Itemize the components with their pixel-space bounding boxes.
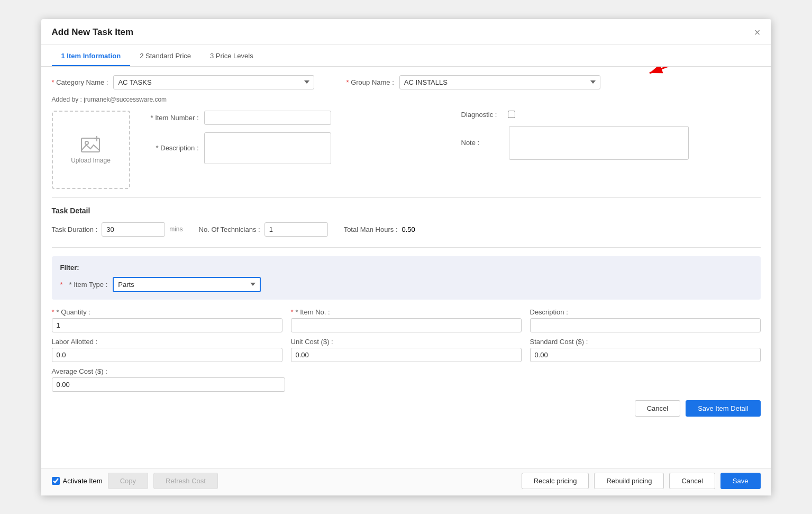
added-by: Added by : jrumanek@successware.com (52, 96, 761, 103)
category-select[interactable]: AC TASKS (113, 75, 314, 89)
upload-image-icon (81, 136, 101, 154)
item-no-input[interactable] (291, 318, 522, 332)
standard-cost-label: Standard Cost ($) : (530, 338, 588, 346)
item-type-required: * (60, 281, 63, 288)
quantity-label: * Quantity : (57, 308, 90, 316)
item-no-field: * * Item No. : (291, 308, 522, 332)
total-man-hours-value: 0.50 (402, 226, 415, 233)
parts-description-field: Description : (530, 308, 761, 332)
filter-title: Filter: (60, 264, 752, 272)
activate-item-row: Activate Item (52, 477, 103, 485)
recalc-pricing-button[interactable]: Recalc pricing (522, 473, 589, 489)
footer-left: Activate Item Copy Refresh Cost (52, 473, 218, 489)
labor-allotted-input[interactable] (52, 348, 282, 362)
filter-row: * * Item Type : Parts Labor Equipment Ot… (60, 277, 752, 292)
filter-section: Filter: * * Item Type : Parts Labor Equi… (52, 256, 761, 300)
item-number-input[interactable] (204, 111, 331, 125)
diagnostic-label: Diagnostic : (461, 111, 504, 119)
task-duration-field: Task Duration : mins (52, 222, 183, 237)
description-label: * Description : (141, 144, 199, 152)
modal-title: Add New Task Item (52, 27, 134, 38)
close-button[interactable]: × (754, 26, 761, 39)
add-new-task-item-modal: Add New Task Item × 1 Item Information 2… (41, 19, 771, 495)
note-input[interactable] (509, 126, 689, 160)
modal-footer: Activate Item Copy Refresh Cost Recalc p… (41, 468, 771, 495)
diagnostic-checkbox[interactable] (508, 111, 515, 118)
num-technicians-field: No. Of Technicians : (199, 222, 328, 237)
save-button[interactable]: Save (720, 473, 761, 489)
main-form-area: Upload Image * Item Number : * Descripti… (52, 111, 761, 189)
parts-grid-row2: Labor Allotted : Unit Cost ($) : Standar… (52, 338, 761, 362)
task-duration-input[interactable] (102, 222, 165, 237)
item-type-label: * Item Type : (69, 281, 108, 288)
num-technicians-input[interactable] (264, 222, 328, 237)
modal-header: Add New Task Item × (41, 19, 771, 44)
category-label: * Category Name : (52, 78, 108, 86)
right-area: * Item Number : * Description : (141, 111, 440, 164)
standard-cost-field: Standard Cost ($) : (530, 338, 761, 362)
item-number-row: * Item Number : (141, 111, 440, 125)
total-man-hours-field: Total Man Hours : 0.50 (344, 226, 415, 233)
svg-line-5 (650, 67, 729, 73)
item-no-required: * (291, 308, 294, 316)
average-cost-input[interactable] (52, 377, 285, 392)
parts-grid-row3: Average Cost ($) : (52, 367, 761, 392)
tab-item-information[interactable]: 1 Item Information (52, 47, 131, 66)
labor-allotted-field: Labor Allotted : (52, 338, 282, 362)
parts-description-label: Description : (530, 308, 568, 316)
group-select[interactable]: AC INSTALLS (399, 75, 600, 89)
task-duration-label: Task Duration : (52, 226, 98, 233)
item-no-label: * Item No. : (296, 308, 330, 316)
standard-cost-input[interactable] (530, 348, 761, 362)
diagnostic-row: Diagnostic : (461, 111, 761, 119)
description-row: * Description : (141, 132, 440, 164)
footer-right: Recalc pricing Rebuild pricing Cancel Sa… (522, 473, 761, 489)
labor-allotted-label: Labor Allotted : (52, 338, 98, 346)
refresh-cost-button[interactable]: Refresh Cost (153, 473, 218, 489)
task-detail-title: Task Detail (52, 206, 761, 215)
description-input[interactable] (204, 132, 331, 164)
save-item-detail-button[interactable]: Save Item Detail (686, 400, 760, 417)
tab-bar: 1 Item Information 2 Standard Price 3 Pr… (41, 47, 771, 67)
num-technicians-label: No. Of Technicians : (199, 226, 260, 233)
parts-grid-row1: * * Quantity : * * Item No. : Descriptio… (52, 308, 761, 332)
svg-point-1 (85, 141, 88, 145)
unit-cost-field: Unit Cost ($) : (291, 338, 522, 362)
note-label: Note : (461, 139, 504, 147)
task-detail-row: Task Duration : mins No. Of Technicians … (52, 222, 761, 237)
unit-cost-label: Unit Cost ($) : (291, 338, 333, 346)
parts-description-input[interactable] (530, 318, 761, 332)
quantity-field: * * Quantity : (52, 308, 282, 332)
unit-cost-input[interactable] (291, 348, 522, 362)
copy-button[interactable]: Copy (108, 473, 148, 489)
average-cost-label: Average Cost ($) : (52, 367, 107, 375)
tab-standard-price[interactable]: 2 Standard Price (130, 47, 200, 66)
footer-cancel-button[interactable]: Cancel (669, 473, 715, 489)
inner-cancel-button[interactable]: Cancel (635, 400, 680, 417)
activate-item-checkbox[interactable] (52, 477, 60, 485)
task-duration-unit: mins (169, 226, 183, 233)
note-area: Diagnostic : Note : (451, 111, 761, 160)
group-label: * Group Name : (346, 78, 394, 86)
section-divider-2 (52, 247, 761, 248)
upload-image-box[interactable]: Upload Image (52, 111, 130, 189)
category-group-row: * Category Name : AC TASKS * Group Name … (52, 75, 761, 89)
item-number-label: * Item Number : (141, 114, 199, 122)
quantity-required: * (52, 308, 54, 316)
activate-item-label: Activate Item (63, 477, 103, 485)
total-man-hours-label: Total Man Hours : (344, 226, 398, 233)
item-type-select[interactable]: Parts Labor Equipment Other (113, 277, 261, 292)
note-row: Note : (461, 126, 761, 160)
quantity-input[interactable] (52, 318, 282, 332)
modal-body: * Category Name : AC TASKS * Group Name … (41, 67, 771, 468)
inner-footer: Cancel Save Item Detail (52, 397, 761, 424)
average-cost-field: Average Cost ($) : (52, 367, 285, 392)
tab-price-levels[interactable]: 3 Price Levels (200, 47, 263, 66)
rebuild-pricing-button[interactable]: Rebuild pricing (594, 473, 664, 489)
parts-fields-area: * * Quantity : * * Item No. : Descriptio… (52, 308, 761, 392)
section-divider-1 (52, 197, 761, 198)
upload-image-label: Upload Image (71, 157, 111, 164)
